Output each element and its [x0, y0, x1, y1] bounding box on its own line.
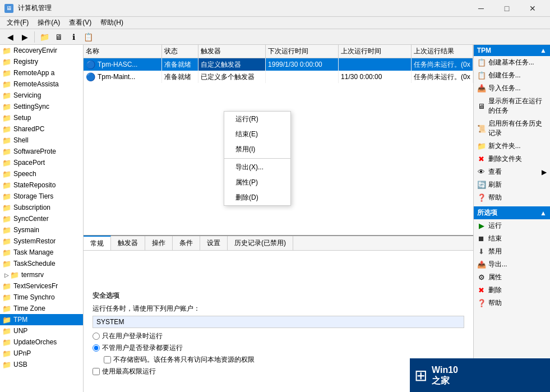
sidebar-item-usb[interactable]: 📁 USB — [0, 359, 83, 370]
context-end[interactable]: 结束(E) — [224, 127, 290, 142]
sidebar-item-recoveryenvir[interactable]: 📁 RecoveryEnvir — [0, 45, 83, 56]
action-view[interactable]: 👁 查看 ▶ — [474, 165, 550, 178]
menu-help[interactable]: 帮助(H) — [96, 17, 128, 29]
context-delete[interactable]: 删除(D) — [224, 190, 290, 205]
toolbar-computer[interactable]: 🖥 — [52, 30, 66, 44]
col-lastresult[interactable]: 上次运行结果 — [412, 45, 473, 58]
sidebar-item-taskschedule[interactable]: 📁 TaskSchedule — [0, 258, 83, 269]
menu-bar: 文件(F) 操作(A) 查看(V) 帮助(H) — [0, 17, 550, 29]
folder-icon: 📁 — [2, 80, 11, 89]
create-basic-icon: 📋 — [477, 58, 486, 67]
minimize-button[interactable]: ─ — [468, 0, 494, 17]
radio-logon-only[interactable]: 只在用户登录时运行 — [93, 331, 464, 341]
tab-actions[interactable]: 操作 — [145, 236, 173, 250]
menu-file[interactable]: 文件(F) — [2, 17, 33, 29]
folder-icon: 📁 — [10, 271, 19, 279]
col-status[interactable]: 状态 — [162, 45, 198, 58]
sidebar-item-registry[interactable]: 📁 Registry — [0, 56, 83, 67]
selected-action-disable[interactable]: ⬇ 禁用 — [474, 245, 550, 258]
selected-action-export[interactable]: 📤 导出... — [474, 258, 550, 271]
end-icon: ⏹ — [477, 234, 486, 243]
show-running-icon: 🖥 — [477, 102, 486, 110]
sidebar-item-timesync[interactable]: 📁 Time Synchro — [0, 292, 83, 303]
context-run[interactable]: 运行(R) — [224, 112, 290, 127]
task-row[interactable]: 🔵 Tpm-Maint... 准备就绪 已定义多个触发器 11/30 0:00:… — [84, 71, 473, 83]
action-help[interactable]: ❓ 帮助 — [474, 191, 550, 204]
close-button[interactable]: ✕ — [520, 0, 546, 17]
toolbar-extra[interactable]: 📋 — [81, 30, 95, 44]
context-properties[interactable]: 属性(P) — [224, 175, 290, 190]
sidebar-item-sharedpc[interactable]: 📁 SharedPC — [0, 123, 83, 135]
radio-always-run[interactable]: 不管用户是否登录都要运行 — [93, 343, 464, 353]
high-privilege-checkbox[interactable] — [93, 368, 100, 375]
action-new-folder[interactable]: 📁 新文件夹... — [474, 140, 550, 153]
col-lastrun[interactable]: 上次运行时间 — [339, 45, 412, 58]
no-store-password-checkbox[interactable] — [104, 356, 111, 363]
section-collapse-icon[interactable]: ▲ — [540, 47, 547, 54]
sidebar-item-taskmanage[interactable]: 📁 Task Manage — [0, 247, 83, 258]
sidebar-item-settingsync[interactable]: 📁 SettingSync — [0, 101, 83, 112]
selected-action-help[interactable]: ❓ 帮助 — [474, 297, 550, 310]
sidebar-item-subscription[interactable]: 📁 Subscription — [0, 202, 83, 213]
sidebar-item-spaceport[interactable]: 📁 SpacePort — [0, 157, 83, 168]
sidebar-item-shell[interactable]: 📁 Shell — [0, 135, 83, 146]
action-delete-folder[interactable]: ✖ 删除文件夹 — [474, 153, 550, 165]
toolbar-info[interactable]: ℹ — [67, 30, 80, 44]
toolbar-separator — [34, 31, 35, 43]
back-button[interactable]: ◀ — [3, 30, 17, 44]
col-name[interactable]: 名称 — [84, 45, 162, 58]
sidebar-item-servicing[interactable]: 📁 Servicing — [0, 90, 83, 101]
folder-icon: 📁 — [2, 305, 11, 313]
sidebar-item-storagetiers[interactable]: 📁 Storage Tiers — [0, 191, 83, 202]
action-create-basic[interactable]: 📋 创建基本任务... — [474, 56, 550, 69]
task-row[interactable]: 🔵 Tpm-HASC... 准备就绪 自定义触发器 1999/1/30 0:00… — [84, 58, 473, 71]
toolbar-folder[interactable]: 📁 — [38, 30, 51, 44]
action-refresh[interactable]: 🔄 刷新 — [474, 178, 550, 191]
action-show-running[interactable]: 🖥 显示所有正在运行的任务 — [474, 95, 550, 117]
tab-general[interactable]: 常规 — [84, 236, 111, 250]
sidebar-item-termsrv[interactable]: ▷ 📁 termsrv — [0, 269, 83, 280]
tab-settings[interactable]: 设置 — [200, 236, 228, 250]
action-create-task[interactable]: 📋 创建任务... — [474, 69, 550, 82]
selected-action-end[interactable]: ⏹ 结束 — [474, 232, 550, 245]
menu-action[interactable]: 操作(A) — [33, 17, 64, 29]
selected-action-run[interactable]: ▶ 运行 — [474, 219, 550, 232]
sidebar-item-timezone[interactable]: 📁 Time Zone — [0, 303, 83, 314]
sidebar-item-setup[interactable]: 📁 Setup — [0, 112, 83, 123]
sidebar-item-unp[interactable]: 📁 UNP — [0, 325, 83, 336]
folder-icon: 📁 — [2, 170, 11, 178]
action-enable-history[interactable]: 📜 启用所有任务历史记录 — [474, 117, 550, 140]
tab-triggers[interactable]: 触发器 — [111, 236, 145, 250]
selected-action-delete[interactable]: ✖ 删除 — [474, 284, 550, 297]
tab-history[interactable]: 历史记录(已禁用) — [228, 236, 293, 250]
sidebar-item-upnp[interactable]: 📁 UPnP — [0, 348, 83, 359]
sidebar-item-softwareprot[interactable]: 📁 SoftwareProte — [0, 146, 83, 157]
maximize-button[interactable]: □ — [494, 0, 520, 17]
sidebar-item-systemrestor[interactable]: 📁 SystemRestor — [0, 236, 83, 247]
section-collapse-icon2[interactable]: ▲ — [540, 209, 547, 217]
forward-button[interactable]: ▶ — [18, 30, 31, 44]
title-bar: 🖥 计算机管理 ─ □ ✕ — [0, 0, 550, 17]
sidebar-item-staterepos[interactable]: 📁 StateReposito — [0, 179, 83, 191]
folder-icon: 📁 — [2, 69, 11, 77]
run-as-value: SYSTEM — [93, 316, 464, 328]
col-trigger[interactable]: 触发器 — [198, 45, 266, 58]
menu-view[interactable]: 查看(V) — [64, 17, 96, 29]
sidebar-item-updateorches[interactable]: 📁 UpdateOrches — [0, 336, 83, 348]
sidebar-item-speech[interactable]: 📁 Speech — [0, 168, 83, 179]
sidebar-item-synccenter[interactable]: 📁 SyncCenter — [0, 213, 83, 224]
sidebar-item-remoteassist[interactable]: 📁 RemoteAssista — [0, 79, 83, 90]
selected-action-properties[interactable]: ⚙ 属性 — [474, 271, 550, 284]
view-icon: 👁 — [477, 168, 486, 177]
sidebar-item-textservices[interactable]: 📁 TextServicesFr — [0, 280, 83, 292]
action-import[interactable]: 📥 导入任务... — [474, 82, 550, 95]
sidebar-item-remoteapp[interactable]: 📁 RemoteApp a — [0, 67, 83, 79]
tab-conditions[interactable]: 条件 — [173, 236, 200, 250]
sidebar-item-tpm[interactable]: 📁 TPM — [0, 314, 83, 325]
sidebar-item-sysmain[interactable]: 📁 Sysmain — [0, 224, 83, 236]
folder-icon: 📁 — [2, 204, 11, 212]
create-task-icon: 📋 — [477, 71, 486, 80]
col-nextrun[interactable]: 下次运行时间 — [266, 45, 339, 58]
context-export[interactable]: 导出(X)... — [224, 160, 290, 175]
context-disable[interactable]: 禁用(I) — [224, 142, 290, 157]
